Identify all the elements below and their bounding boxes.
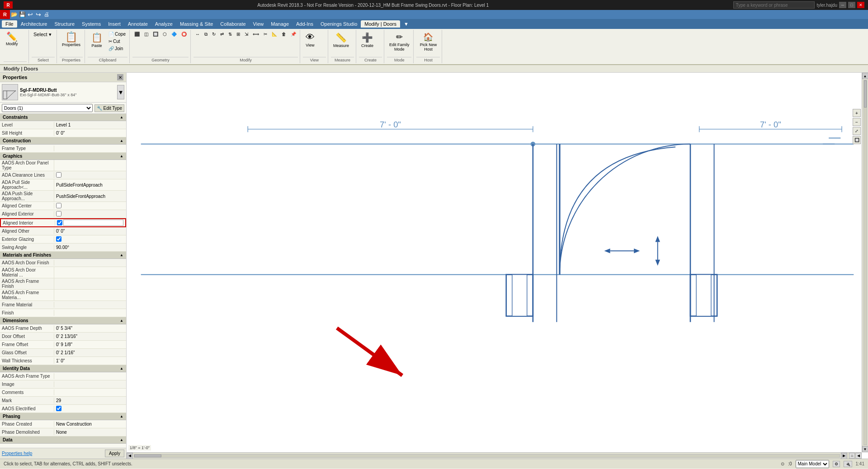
workset-dropdown[interactable]: Main Model — [796, 460, 829, 468]
properties-close-btn[interactable]: ✕ — [117, 74, 123, 80]
qa-undo-btn[interactable]: ↩ — [26, 10, 34, 19]
vscroll-thumb[interactable] — [864, 80, 867, 108]
hscroll-track[interactable] — [134, 454, 840, 458]
aligned-interior-checkbox[interactable] — [57, 220, 62, 225]
panel-view-ribbon: 👁 View View — [301, 30, 328, 63]
scroll-down-btn[interactable]: ▼ — [862, 446, 868, 452]
view-ribbon-btn[interactable]: 👁 View — [303, 31, 317, 56]
section-construction[interactable]: Construction ▲ — [0, 137, 126, 145]
menu-options[interactable]: ▼ — [400, 20, 412, 28]
vertical-scrollbar[interactable]: ▲ ▼ — [862, 73, 868, 452]
type-dropdown-btn[interactable]: ▼ — [117, 85, 124, 99]
view-3d-btn[interactable]: 🔲 — [853, 136, 861, 144]
section-identity[interactable]: Identity Data ▲ — [0, 365, 126, 372]
menu-modify-doors[interactable]: Modify | Doors — [361, 20, 400, 28]
zoom-out-btn[interactable]: − — [853, 118, 861, 126]
properties-ribbon-btn[interactable]: 📋 Properties — [60, 31, 83, 56]
zoom-fit-btn[interactable]: ⤢ — [853, 127, 861, 135]
scroll-right-btn[interactable]: ▶ — [841, 453, 847, 459]
instance-dropdown[interactable]: Doors (1) — [2, 104, 93, 112]
close-button[interactable]: ✕ — [857, 2, 864, 8]
copy-tool-btn[interactable]: ⧉ — [203, 31, 209, 38]
canvas-area[interactable]: 7' - 0" 7' - 0" — [127, 73, 868, 459]
section-phasing[interactable]: Phasing ▲ — [0, 413, 126, 420]
section-constraints[interactable]: Constraints ▲ — [0, 114, 126, 121]
menu-collaborate[interactable]: Collaborate — [217, 20, 249, 28]
geometry-btn-6[interactable]: ⭕ — [179, 31, 189, 38]
modify-btn[interactable]: ✏️ Modify — [4, 31, 20, 56]
menu-insert[interactable]: Insert — [104, 20, 124, 28]
pick-host-icon: 🏠 — [423, 32, 433, 42]
search-input[interactable] — [733, 1, 815, 9]
nav-prev-btn[interactable]: ◀ — [855, 453, 862, 459]
aligned-exterior-checkbox[interactable] — [56, 211, 61, 216]
array-btn[interactable]: ⊞ — [235, 31, 242, 38]
ada-clearance-checkbox[interactable] — [56, 172, 61, 178]
menu-analyze[interactable]: Analyze — [151, 20, 176, 28]
cut-btn[interactable]: ✂ Cut — [107, 38, 127, 45]
geometry-btn-3[interactable]: 🔲 — [151, 31, 160, 38]
menu-structure[interactable]: Structure — [51, 20, 78, 28]
delete-btn[interactable]: 🗑 — [280, 31, 288, 38]
scale-btn[interactable]: ⇲ — [243, 31, 250, 38]
menu-architecture[interactable]: Architecture — [17, 20, 51, 28]
vscroll-track[interactable] — [863, 80, 867, 445]
join-btn[interactable]: 🔗 Join — [107, 45, 127, 52]
menu-file[interactable]: File — [2, 20, 17, 28]
rotate-btn[interactable]: ↻ — [210, 31, 217, 38]
nav-home-btn[interactable]: ⌂ — [849, 453, 855, 459]
paste-btn[interactable]: 📋 Paste — [88, 31, 106, 54]
section-graphics[interactable]: Graphics ▲ — [0, 153, 126, 160]
geometry-btn-1[interactable]: ⬛ — [132, 31, 142, 38]
mirror-h-btn[interactable]: ⇅ — [226, 31, 234, 38]
geometry-btn-2[interactable]: ◫ — [142, 31, 150, 38]
menu-annotate[interactable]: Annotate — [124, 20, 151, 28]
create-btn[interactable]: ➕ Create — [359, 31, 376, 56]
menu-systems[interactable]: Systems — [78, 20, 104, 28]
align-btn[interactable]: ⟺ — [251, 31, 261, 38]
section-dimensions[interactable]: Dimensions ▲ — [0, 317, 126, 324]
edit-family-mode-btn[interactable]: ✏ Edit FamilyMode — [387, 31, 412, 56]
menu-massing[interactable]: Massing & Site — [176, 20, 217, 28]
copy-btn[interactable]: 📄 Cope — [107, 31, 127, 38]
section-materials[interactable]: Materials and Finishes ▲ — [0, 252, 126, 259]
zoom-in-btn[interactable]: + — [853, 109, 861, 117]
trim-btn[interactable]: 📐 — [270, 31, 279, 38]
maximize-button[interactable]: □ — [848, 2, 855, 8]
apply-button[interactable]: Apply — [105, 450, 124, 457]
edit-type-btn[interactable]: 🔧 Edit Type — [94, 104, 124, 112]
qa-open-btn[interactable]: 📂 — [10, 10, 18, 19]
hscroll-thumb[interactable] — [134, 455, 161, 457]
status-btn-1[interactable]: ⚙ — [833, 461, 840, 467]
svg-text:7' - 0": 7' - 0" — [760, 120, 781, 129]
scroll-up-btn[interactable]: ▲ — [862, 73, 868, 79]
select-dropdown-btn[interactable]: Select ▾ — [32, 31, 53, 38]
mirror-v-btn[interactable]: ⇌ — [218, 31, 226, 38]
menu-addins[interactable]: Add-Ins — [292, 20, 317, 28]
qa-print-btn[interactable]: 🖨 — [42, 10, 51, 19]
scroll-left-btn[interactable]: ◀ — [127, 453, 133, 459]
exterior-glazing-checkbox[interactable] — [56, 236, 61, 242]
pin-btn[interactable]: 📌 — [289, 31, 298, 38]
qa-redo-btn[interactable]: ↪ — [34, 10, 42, 19]
split-btn[interactable]: ✂ — [262, 31, 269, 38]
minimize-button[interactable]: ─ — [839, 2, 846, 8]
geometry-btn-4[interactable]: ⬡ — [161, 31, 169, 38]
electrified-checkbox[interactable] — [56, 406, 61, 411]
measure-btn[interactable]: 📏 Measure — [331, 31, 351, 56]
qa-save-btn[interactable]: 💾 — [18, 10, 26, 19]
menu-view[interactable]: View — [250, 20, 268, 28]
prop-aligned-center: Aligned Center — [0, 202, 126, 210]
pick-new-host-btn[interactable]: 🏠 Pick NewHost — [416, 31, 440, 56]
properties-help-link[interactable]: Properties help — [2, 451, 32, 456]
move-btn[interactable]: ↔ — [193, 31, 202, 38]
section-data[interactable]: Data ▲ — [0, 436, 126, 444]
menu-openings[interactable]: Openings Studio — [317, 20, 361, 28]
menu-manage[interactable]: Manage — [267, 20, 292, 28]
status-btn-2[interactable]: 🔌 — [844, 461, 852, 467]
geometry-btn-5[interactable]: 🔷 — [170, 31, 179, 38]
aligned-center-checkbox[interactable] — [56, 203, 61, 208]
prop-frame-material: AAOS Arch Frame Materia... — [0, 290, 126, 301]
qa-revit-btn[interactable]: R — [0, 10, 10, 19]
horizontal-scrollbar[interactable]: ◀ ▶ ⌂ ◀ — [127, 452, 862, 459]
